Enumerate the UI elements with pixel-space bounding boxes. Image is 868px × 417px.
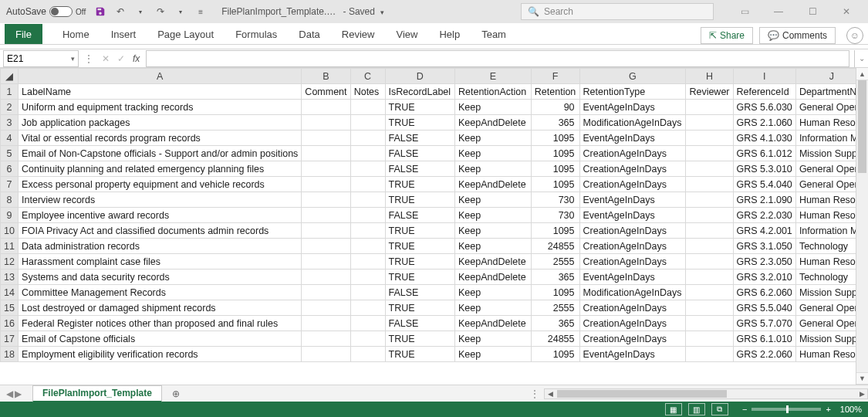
table-row[interactable]: 4Vital or essential records program reco… <box>1 131 868 146</box>
table-row[interactable]: 17Email of Capstone officialsTRUEKeep248… <box>1 331 868 347</box>
cell[interactable] <box>350 115 385 131</box>
table-row[interactable]: 13Systems and data security recordsTRUEK… <box>1 270 868 285</box>
cell[interactable]: GRS 6.1.010 <box>733 331 795 347</box>
sheet-tab-active[interactable]: FilePlanImport_Template <box>32 385 162 402</box>
cell[interactable]: Employee incentive award records <box>19 208 302 223</box>
tab-next-icon[interactable]: ▶ <box>15 388 22 399</box>
cell[interactable] <box>686 223 733 239</box>
cell[interactable]: Keep <box>455 208 532 223</box>
cell[interactable]: FALSE <box>385 131 455 146</box>
cell[interactable]: FALSE <box>385 285 455 300</box>
cell[interactable]: Keep <box>455 100 532 115</box>
table-row[interactable]: 6Continuity planning and related emergen… <box>1 161 868 177</box>
cell[interactable]: Excess personal property equipment and v… <box>19 177 302 192</box>
cell[interactable] <box>686 161 733 177</box>
cell[interactable] <box>350 239 385 254</box>
cell[interactable]: CreationAgeInDays <box>579 300 686 316</box>
cell[interactable] <box>302 146 350 161</box>
cell[interactable] <box>686 331 733 347</box>
cell[interactable]: TRUE <box>385 331 455 347</box>
cell[interactable] <box>686 347 733 362</box>
autosave-toggle[interactable]: AutoSave Off <box>6 6 86 17</box>
enter-icon[interactable]: ✓ <box>117 53 125 64</box>
hscroll-thumb[interactable] <box>557 390 727 398</box>
cell[interactable] <box>302 177 350 192</box>
cell[interactable]: 730 <box>531 192 579 208</box>
cell[interactable]: TRUE <box>385 192 455 208</box>
cell[interactable]: GRS 2.3.050 <box>733 254 795 270</box>
select-all-button[interactable]: ◢ <box>1 69 19 84</box>
cell[interactable]: Keep <box>455 300 532 316</box>
formula-bar-expand-icon[interactable]: ⌄ <box>854 50 868 67</box>
row-header[interactable]: 3 <box>1 115 19 131</box>
cell[interactable]: GRS 5.3.010 <box>733 161 795 177</box>
cell[interactable]: 1095 <box>531 161 579 177</box>
row-header[interactable]: 18 <box>1 347 19 362</box>
cell[interactable]: GRS 2.1.060 <box>733 115 795 131</box>
row-header[interactable]: 8 <box>1 192 19 208</box>
cell[interactable] <box>686 208 733 223</box>
cell[interactable] <box>686 300 733 316</box>
cell[interactable] <box>686 131 733 146</box>
cell[interactable] <box>686 192 733 208</box>
table-row[interactable]: 10FOIA Privacy Act and classified docume… <box>1 223 868 239</box>
cell[interactable]: GRS 4.2.001 <box>733 223 795 239</box>
undo-dropdown-icon[interactable]: ▾ <box>133 5 147 19</box>
tabstrip-resize-handle[interactable]: ⋮ <box>530 388 539 399</box>
cell[interactable] <box>302 223 350 239</box>
tab-view[interactable]: View <box>385 24 428 44</box>
tab-help[interactable]: Help <box>428 24 471 44</box>
scroll-left-icon[interactable]: ◀ <box>545 390 556 398</box>
cell[interactable]: Keep <box>455 347 532 362</box>
table-row[interactable]: 3Job application packagesTRUEKeepAndDele… <box>1 115 868 131</box>
cell[interactable]: TRUE <box>385 115 455 131</box>
cell[interactable]: Retention <box>531 84 579 100</box>
cell[interactable]: EventAgeInDays <box>579 192 686 208</box>
cell[interactable]: TRUE <box>385 239 455 254</box>
worksheet-grid[interactable]: ◢ A B C D E F G H I J 1LabelNameCommentN… <box>0 68 868 385</box>
table-row[interactable]: 14Committee Management RecordsFALSEKeep1… <box>1 285 868 300</box>
cell[interactable] <box>302 131 350 146</box>
cell[interactable]: Vital or essential records program recor… <box>19 131 302 146</box>
cell[interactable]: 730 <box>531 208 579 223</box>
row-header[interactable]: 12 <box>1 254 19 270</box>
cell[interactable]: TRUE <box>385 300 455 316</box>
cell[interactable]: Keep <box>455 239 532 254</box>
search-input[interactable]: 🔍 Search <box>521 3 714 20</box>
cell[interactable]: 365 <box>531 115 579 131</box>
cell[interactable] <box>686 239 733 254</box>
page-layout-view-icon[interactable]: ▥ <box>688 403 705 415</box>
cell[interactable]: GRS 6.2.060 <box>733 285 795 300</box>
cell[interactable]: KeepAndDelete <box>455 270 532 285</box>
cell[interactable]: 1095 <box>531 285 579 300</box>
cell[interactable] <box>350 146 385 161</box>
cell[interactable]: Comment <box>302 84 350 100</box>
col-header-G[interactable]: G <box>579 69 686 84</box>
cell[interactable]: EventAgeInDays <box>579 100 686 115</box>
cell[interactable] <box>302 239 350 254</box>
cell[interactable]: 1095 <box>531 177 579 192</box>
tab-page-layout[interactable]: Page Layout <box>147 24 225 44</box>
row-header[interactable]: 4 <box>1 131 19 146</box>
cell[interactable] <box>350 331 385 347</box>
cell[interactable]: GRS 5.6.030 <box>733 100 795 115</box>
cell[interactable]: KeepAndDelete <box>455 177 532 192</box>
column-header-row[interactable]: ◢ A B C D E F G H I J <box>1 69 868 84</box>
cell[interactable]: 1095 <box>531 146 579 161</box>
cell[interactable]: Uniform and equipment tracking records <box>19 100 302 115</box>
cell[interactable] <box>350 208 385 223</box>
cell[interactable] <box>302 270 350 285</box>
cell[interactable] <box>302 208 350 223</box>
redo-dropdown-icon[interactable]: ▾ <box>174 5 187 19</box>
tab-team[interactable]: Team <box>471 24 517 44</box>
row-header[interactable]: 15 <box>1 300 19 316</box>
cell[interactable]: Email of Capstone officials <box>19 331 302 347</box>
cell[interactable] <box>686 316 733 331</box>
cancel-icon[interactable]: ✕ <box>102 53 110 64</box>
cell[interactable]: Federal Register notices other than prop… <box>19 316 302 331</box>
row-header[interactable]: 6 <box>1 161 19 177</box>
cell[interactable]: Keep <box>455 331 532 347</box>
cell[interactable]: Reviewer <box>686 84 733 100</box>
row-header[interactable]: 2 <box>1 100 19 115</box>
cell[interactable] <box>350 300 385 316</box>
